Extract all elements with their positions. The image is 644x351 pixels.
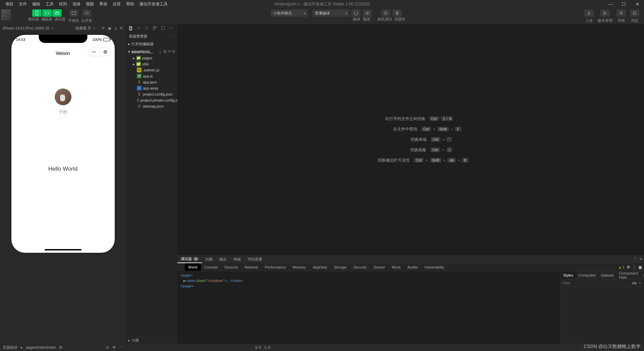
tab-memory[interactable]: Memory	[289, 263, 310, 271]
styles-tab-computed[interactable]: Computed	[576, 271, 598, 279]
device-info[interactable]: iPhone 12/13 (Pro) 100% 16	[3, 26, 49, 30]
menu-goto[interactable]: 转到	[56, 0, 70, 8]
copy-path-icon[interactable]: ⧉	[59, 345, 62, 350]
tab-storage[interactable]: Storage	[330, 263, 350, 271]
folder-pages[interactable]: ▸📁pages	[126, 55, 177, 61]
new-folder-icon[interactable]: ⊞	[163, 49, 166, 54]
hot-reload[interactable]: 热重载 开	[75, 26, 91, 31]
debugger-toggle[interactable]	[52, 9, 62, 17]
tab-code-quality[interactable]: 代码质量	[244, 255, 266, 263]
compile-dropdown[interactable]: 普通编译	[312, 9, 349, 17]
file-appjs[interactable]: JSapp.js	[126, 73, 177, 79]
clear-cache-button[interactable]	[392, 9, 402, 17]
menu-tools[interactable]: 工具	[43, 0, 56, 8]
sim-more-icon[interactable]: ⋯	[119, 345, 123, 350]
compile-button[interactable]	[351, 9, 361, 17]
details-button[interactable]	[616, 9, 626, 17]
menu-view[interactable]: 视图	[83, 0, 97, 8]
new-file-icon[interactable]: ＋	[158, 49, 162, 54]
upload-button[interactable]	[584, 9, 594, 17]
panel-close-icon[interactable]: ✕	[639, 257, 643, 261]
explorer-more-icon[interactable]: ⋯	[171, 34, 174, 39]
file-projectprivate[interactable]: {}project.private.config.js...	[126, 97, 177, 103]
tab-appdata[interactable]: AppData	[309, 263, 330, 271]
tab-terminal[interactable]: 终端	[230, 255, 244, 263]
file-appwxss[interactable]: ≡app.wxss	[126, 85, 177, 91]
menu-help[interactable]: 帮助	[123, 0, 137, 8]
refresh-icon[interactable]: ⟳	[168, 49, 171, 54]
menu-select[interactable]: 选择	[70, 0, 83, 8]
file-projectconfig[interactable]: {}project.config.json	[126, 91, 177, 97]
devtools-dock-icon[interactable]: ▣	[638, 265, 642, 270]
project-section[interactable]: ▾MINIPROG... ＋⊞⟳⊟	[126, 49, 177, 55]
menu-settings[interactable]: 设置	[110, 0, 123, 8]
menu-file[interactable]: 文件	[16, 0, 30, 8]
cloud-toggle[interactable]	[82, 9, 92, 17]
page-path[interactable]: pages/index/index	[26, 345, 56, 349]
activity-scm-icon[interactable]	[143, 24, 151, 32]
tab-vulnerability[interactable]: Vulnerability	[421, 263, 448, 271]
minimize-button[interactable]: —	[604, 0, 617, 8]
sim-record-icon[interactable]: ◉	[108, 26, 111, 31]
open-editors-section[interactable]: ▸打开的编辑器	[126, 41, 177, 47]
real-device-button[interactable]	[381, 9, 390, 17]
sim-eye-icon[interactable]: 👁	[112, 345, 116, 350]
error-count[interactable]: ⊘ 0	[255, 345, 261, 350]
activity-component-icon[interactable]	[159, 24, 167, 32]
simulator-toggle[interactable]	[32, 9, 42, 17]
capsule-button[interactable]: ···	[88, 48, 111, 56]
capsule-close-icon[interactable]	[100, 50, 110, 54]
activity-explorer-icon[interactable]	[127, 24, 135, 32]
inspect-icon[interactable]	[177, 263, 185, 271]
sim-perf-icon[interactable]: ⊙	[106, 345, 109, 350]
warning-count[interactable]: ⚠ 0	[264, 345, 270, 350]
file-appjson[interactable]: {}app.json	[126, 79, 177, 85]
capsule-menu-icon[interactable]: ···	[88, 49, 100, 55]
tab-mock[interactable]: Mock	[388, 263, 404, 271]
menu-edit[interactable]: 编辑	[30, 0, 43, 8]
maximize-button[interactable]: ☐	[617, 0, 631, 8]
activity-search-icon[interactable]	[135, 24, 143, 32]
sim-expand-icon[interactable]: ⇱	[120, 26, 123, 31]
preview-button[interactable]	[363, 9, 372, 17]
version-button[interactable]	[600, 9, 610, 17]
mode-dropdown[interactable]: 小程序模式	[271, 9, 308, 17]
cls-toggle[interactable]: .cls	[631, 281, 637, 285]
menu-interface[interactable]: 界面	[97, 0, 110, 8]
file-sitemap[interactable]: {}sitemap.json	[126, 103, 177, 109]
styles-tab-styles[interactable]: Styles	[560, 271, 576, 279]
styles-filter-input[interactable]	[562, 281, 630, 285]
tab-output[interactable]: 输出	[216, 255, 230, 263]
tab-wxml[interactable]: Wxml	[185, 263, 201, 271]
styles-expand-icon[interactable]: »	[641, 271, 644, 279]
notify-button[interactable]	[630, 9, 639, 17]
tab-sensor[interactable]: Sensor	[370, 263, 388, 271]
menu-wxdevtools[interactable]: 微信开发者工具	[137, 0, 170, 8]
sim-device-icon[interactable]: ▯	[115, 26, 117, 31]
folder-utils[interactable]: ▸📁utils	[126, 61, 177, 67]
editor-toggle[interactable]	[42, 9, 52, 17]
tab-audits[interactable]: Audits	[404, 263, 421, 271]
user-avatar[interactable]	[55, 89, 71, 105]
tab-debugger[interactable]: 调试器1	[177, 255, 202, 263]
visual-toggle[interactable]	[69, 9, 78, 17]
devtools-settings-icon[interactable]: ⚙	[627, 265, 630, 270]
styles-tab-dataset[interactable]: Dataset	[598, 271, 616, 279]
tab-sources[interactable]: Sources	[221, 263, 241, 271]
wxml-tree[interactable]: <page> ▸<view class="container">…</view>…	[177, 271, 560, 344]
devtools-more-icon[interactable]: ⋮	[632, 265, 636, 270]
tab-problems[interactable]: 问题	[202, 255, 216, 263]
styles-tab-component[interactable]: Component Data	[616, 271, 641, 279]
user-avatar-button[interactable]	[1, 9, 11, 20]
panel-up-icon[interactable]: ⌃	[633, 257, 637, 261]
tab-console[interactable]: Console	[201, 263, 221, 271]
warnings-indicator[interactable]: ▲1	[618, 265, 625, 269]
sim-refresh-icon[interactable]: ⟳	[102, 26, 105, 31]
activity-more-icon[interactable]: ⋯	[167, 24, 175, 32]
file-eslintrc[interactable]: JS.eslintrc.js	[126, 67, 177, 73]
activity-extensions-icon[interactable]	[151, 24, 159, 32]
tab-network[interactable]: Network	[241, 263, 261, 271]
collapse-icon[interactable]: ⊟	[172, 49, 175, 54]
add-style-icon[interactable]: ＋	[638, 280, 642, 286]
tab-security[interactable]: Security	[350, 263, 370, 271]
